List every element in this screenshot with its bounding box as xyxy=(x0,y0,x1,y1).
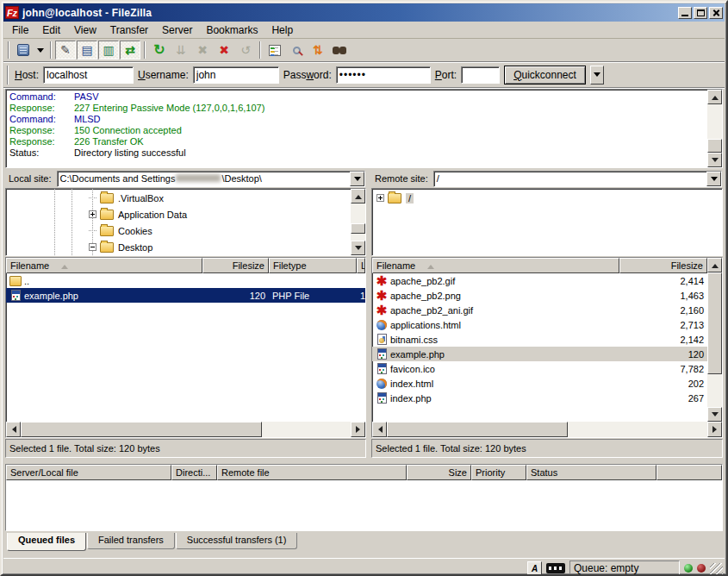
local-path-dropdown[interactable] xyxy=(350,172,364,186)
column-direction[interactable]: Directi... xyxy=(171,465,217,480)
local-path-combo[interactable]: C:\Documents and Settings\Desktop\ xyxy=(57,171,365,187)
remote-files-vscrollbar[interactable] xyxy=(707,258,722,422)
scroll-thumb[interactable] xyxy=(351,223,365,234)
scroll-down-button[interactable] xyxy=(351,241,365,255)
quickconnect-button[interactable]: Quickconnect xyxy=(504,66,586,85)
sort-asc-icon xyxy=(427,261,434,269)
menu-transfer[interactable]: Transfer xyxy=(103,22,155,38)
tree-item-virtualbox[interactable]: .VirtualBox xyxy=(6,190,351,206)
file-row[interactable]: bitnami.css2,142 xyxy=(372,332,707,347)
file-row-example-php[interactable]: example.php 120 PHP File 1 xyxy=(6,288,365,303)
scroll-up-button[interactable] xyxy=(351,189,365,203)
menu-edit[interactable]: Edit xyxy=(35,22,67,38)
scroll-right-button[interactable] xyxy=(707,422,722,437)
column-last-modified[interactable]: L xyxy=(357,258,365,273)
file-row[interactable]: apache_pb2_ani.gif2,160 xyxy=(372,303,707,317)
sync-browsing-button[interactable]: ⇅ xyxy=(308,41,328,59)
local-tree-scrollbar[interactable] xyxy=(351,189,365,255)
toggle-remote-tree-button[interactable]: ▥ xyxy=(98,41,119,59)
quickconnect-dropdown[interactable] xyxy=(590,66,604,85)
disconnect-button[interactable]: ✖ xyxy=(214,41,234,59)
tree-item-root[interactable]: / xyxy=(372,190,722,206)
scroll-up-button[interactable] xyxy=(707,90,722,104)
refresh-button[interactable]: ↻ xyxy=(149,41,170,59)
tree-item-application-data[interactable]: Application Data xyxy=(6,206,351,222)
tab-successful-transfers[interactable]: Successful transfers (1) xyxy=(176,533,298,549)
filter-button[interactable] xyxy=(264,41,285,59)
file-row[interactable]: applications.html2,713 xyxy=(372,317,707,332)
queue-list[interactable] xyxy=(6,480,722,530)
file-row-parent-dir[interactable]: .. xyxy=(6,273,365,288)
find-files-button[interactable] xyxy=(329,41,350,59)
remote-path-dropdown[interactable] xyxy=(706,172,721,186)
menu-view[interactable]: View xyxy=(67,22,103,38)
cancel-button[interactable]: ✖ xyxy=(192,41,213,59)
menu-file[interactable]: File xyxy=(5,22,35,38)
toggle-queue-button[interactable]: ⇄ xyxy=(120,41,140,59)
column-priority[interactable]: Priority xyxy=(471,465,526,480)
remote-path-combo[interactable]: / xyxy=(433,171,722,187)
column-filename[interactable]: Filename xyxy=(372,258,619,273)
column-filesize[interactable]: Filesize xyxy=(619,258,707,273)
remote-files-hscrollbar[interactable] xyxy=(372,422,722,437)
column-status[interactable]: Status xyxy=(526,465,656,480)
local-tree-area[interactable]: .VirtualBox Application Data Cookies Des… xyxy=(6,189,351,255)
column-size[interactable]: Size xyxy=(407,465,471,480)
menu-help[interactable]: Help xyxy=(264,22,300,38)
scroll-down-button[interactable] xyxy=(707,407,722,422)
file-row[interactable]: index.html202 xyxy=(372,376,707,391)
site-manager-dropdown[interactable] xyxy=(34,41,47,59)
host-input[interactable] xyxy=(43,66,134,84)
column-remote-file[interactable]: Remote file xyxy=(217,465,407,480)
expand-icon[interactable] xyxy=(376,194,384,202)
column-server-local-file[interactable]: Server/Local file xyxy=(6,465,171,480)
site-manager-button[interactable] xyxy=(13,41,34,59)
file-row[interactable]: apache_pb2.gif2,414 xyxy=(372,273,707,288)
file-row[interactable]: favicon.ico7,782 xyxy=(372,361,707,376)
reconnect-button[interactable]: ↺ xyxy=(235,41,256,59)
toggle-message-log-button[interactable]: ✎ xyxy=(55,41,76,59)
scroll-thumb[interactable] xyxy=(21,422,262,437)
process-queue-button[interactable]: ⇊ xyxy=(171,41,191,59)
close-button[interactable] xyxy=(709,7,723,19)
speed-limits-icon[interactable] xyxy=(546,563,565,573)
remote-tree-area[interactable]: / xyxy=(372,189,722,255)
scroll-down-button[interactable] xyxy=(707,153,722,167)
column-filename[interactable]: Filename xyxy=(6,258,202,273)
maximize-button[interactable] xyxy=(694,7,707,19)
menu-server[interactable]: Server xyxy=(155,22,199,38)
collapse-icon[interactable] xyxy=(89,243,96,251)
file-row-selected[interactable]: example.php120 xyxy=(372,347,707,361)
menu-bookmarks[interactable]: Bookmarks xyxy=(199,22,264,38)
password-input[interactable] xyxy=(336,66,431,84)
ascii-mode-indicator[interactable]: A xyxy=(527,561,542,575)
scroll-right-button[interactable] xyxy=(351,422,365,437)
column-filesize[interactable]: Filesize xyxy=(202,258,269,273)
remote-files-list[interactable]: apache_pb2.gif2,414 apache_pb2.png1,463 … xyxy=(372,273,707,422)
horizontal-splitter[interactable] xyxy=(3,458,725,464)
tree-item-desktop[interactable]: Desktop xyxy=(6,239,351,255)
directory-comparison-button[interactable] xyxy=(286,41,307,59)
local-files-list[interactable]: .. example.php 120 PHP File 1 xyxy=(6,273,365,422)
arrow-up-icon xyxy=(712,92,719,100)
resize-grip[interactable] xyxy=(710,563,723,576)
scroll-left-button[interactable] xyxy=(6,422,21,437)
minimize-button[interactable] xyxy=(678,7,692,19)
tab-queued-files[interactable]: Queued files xyxy=(7,533,86,551)
scroll-left-button[interactable] xyxy=(372,422,387,437)
username-input[interactable] xyxy=(193,66,279,84)
local-files-hscrollbar[interactable] xyxy=(6,422,365,437)
scroll-thumb[interactable] xyxy=(707,139,722,153)
scroll-up-button[interactable] xyxy=(707,258,722,272)
toggle-local-tree-button[interactable]: ▤ xyxy=(77,41,97,59)
tree-item-cookies[interactable]: Cookies xyxy=(6,222,351,239)
log-scrollbar[interactable] xyxy=(707,90,722,167)
expand-icon[interactable] xyxy=(89,210,96,218)
scroll-thumb[interactable] xyxy=(707,272,722,374)
port-input[interactable] xyxy=(461,66,500,84)
file-row[interactable]: apache_pb2.png1,463 xyxy=(372,288,707,303)
column-filetype[interactable]: Filetype xyxy=(269,258,357,273)
file-row[interactable]: index.php267 xyxy=(372,391,707,405)
tab-failed-transfers[interactable]: Failed transfers xyxy=(87,533,175,549)
scroll-thumb[interactable] xyxy=(387,422,568,437)
